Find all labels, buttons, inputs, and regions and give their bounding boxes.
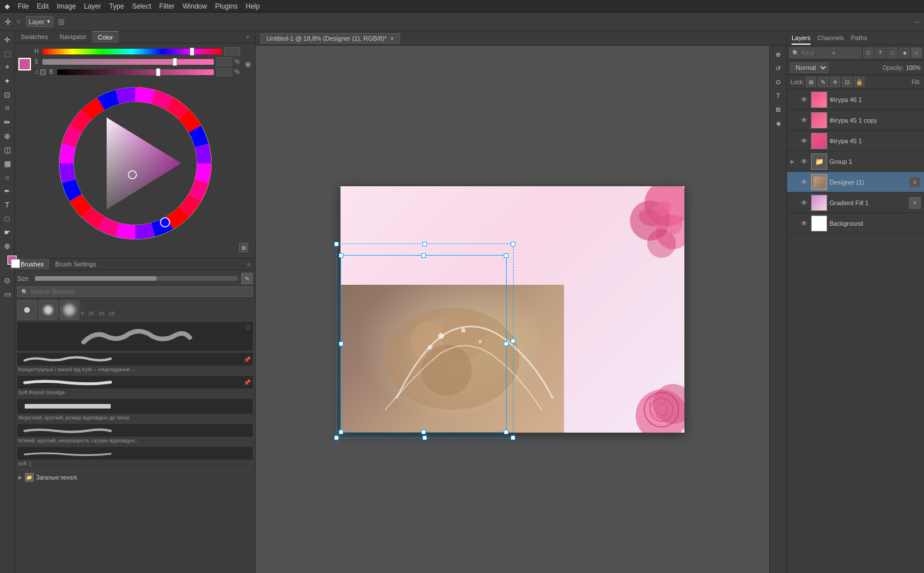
layer-vis-4[interactable]: 👁: [800, 157, 809, 166]
lock-position[interactable]: ✛: [830, 77, 840, 87]
filter-shape[interactable]: □: [887, 48, 898, 58]
general-brushes-group[interactable]: ▶ 📁 Загальні пензлі: [17, 470, 253, 484]
filter-type[interactable]: T: [875, 48, 886, 58]
search-brushes-input[interactable]: [30, 288, 116, 295]
outer-handle-br[interactable]: [511, 435, 515, 440]
brush-preset-3[interactable]: [60, 300, 79, 320]
sat-slider[interactable]: [42, 59, 214, 65]
brush-item-3[interactable]: Жорсткий, круглий, розмір відповідно до …: [17, 399, 253, 421]
menu-image[interactable]: Image: [57, 2, 76, 10]
pen-tool[interactable]: ✒: [1, 185, 14, 197]
lock-paint[interactable]: ✎: [818, 77, 828, 87]
layer-vis-7[interactable]: 👁: [800, 219, 809, 228]
bg-color-swatch[interactable]: [40, 69, 46, 75]
menu-file[interactable]: File: [18, 2, 29, 10]
tab-swatches[interactable]: Swatches: [15, 31, 54, 43]
canvas-viewport[interactable]: [256, 46, 769, 573]
bri-value[interactable]: 65: [216, 68, 232, 76]
current-fg-color[interactable]: [18, 58, 31, 70]
opacity-value[interactable]: 100%: [906, 65, 921, 71]
eraser-tool[interactable]: ◫: [1, 143, 14, 156]
filter-smart[interactable]: ◈: [899, 48, 910, 58]
outer-handle-bl[interactable]: [334, 435, 339, 440]
tab-navigator[interactable]: Navigator: [54, 31, 92, 43]
tab-brushes[interactable]: Brushes: [15, 258, 49, 270]
layer-item-figura46[interactable]: 👁 Фігура 46 1: [787, 89, 924, 110]
layer-item-background[interactable]: 👁 Background: [787, 213, 924, 234]
layer-item-figura45copy[interactable]: 👁 Фігура 45 1 copy: [787, 110, 924, 131]
brush-item-4[interactable]: М'який, круглий, непрозорість і штрих ві…: [17, 424, 253, 444]
eyedropper-tool[interactable]: ⌗: [1, 102, 14, 115]
color-picker-icon[interactable]: ⊞: [244, 60, 252, 68]
brush-item-2[interactable]: 📌 Soft Round Smudge: [17, 376, 253, 395]
canvas-tab[interactable]: Untitled-1 @ 18,8% (Designer (1), RGB/8)…: [260, 33, 400, 44]
canvas-3d[interactable]: ◈: [772, 117, 785, 129]
bri-slider[interactable]: [57, 69, 214, 75]
size-slider[interactable]: [35, 276, 238, 281]
lasso-tool[interactable]: ⌖: [1, 61, 14, 73]
brush-pin-2[interactable]: 📌: [244, 379, 250, 386]
more-options[interactable]: ···: [914, 18, 919, 25]
filter-toggle[interactable]: ○: [911, 48, 922, 58]
layer-vis-5[interactable]: 👁: [800, 178, 809, 187]
lock-all[interactable]: 🔒: [854, 77, 864, 87]
brush-preview-expand[interactable]: ⬡: [245, 324, 250, 331]
layer-item-group1[interactable]: ▶ 👁 📁 Group 1: [787, 151, 924, 172]
brush-preset-2[interactable]: [38, 300, 58, 320]
gradient-tool[interactable]: ▦: [1, 157, 14, 170]
menu-select[interactable]: Select: [132, 2, 151, 10]
brush-item-5[interactable]: soft :(: [17, 447, 253, 466]
tab-channels[interactable]: Channels: [817, 33, 844, 45]
menu-type[interactable]: Type: [109, 2, 124, 10]
menu-plugins[interactable]: Plugins: [215, 2, 237, 10]
menu-edit[interactable]: Edit: [37, 2, 49, 10]
tab-paths[interactable]: Paths: [851, 33, 867, 45]
color-wheel-svg[interactable]: [49, 86, 221, 241]
crop-tool[interactable]: ⊡: [1, 88, 14, 101]
canvas-type[interactable]: T: [772, 89, 785, 102]
layers-search-input[interactable]: [801, 49, 830, 56]
layer-vis-1[interactable]: 👁: [800, 95, 809, 104]
move-tool[interactable]: ✛: [1, 33, 14, 46]
canvas-close-btn[interactable]: ×: [390, 35, 394, 42]
brush-preset-1[interactable]: [17, 300, 37, 320]
text-tool[interactable]: T: [1, 198, 14, 211]
layer-vis-3[interactable]: 👁: [800, 136, 809, 146]
layer-vis-6[interactable]: 👁: [800, 198, 809, 207]
sat-value[interactable]: 78: [216, 57, 232, 66]
canvas-sample[interactable]: ⊙: [772, 76, 785, 88]
hue-slider[interactable]: [42, 49, 222, 54]
canvas-zoom-control[interactable]: ⊕: [772, 48, 785, 61]
color-panel-menu[interactable]: ≡: [244, 34, 252, 40]
kind-dropdown[interactable]: ▾: [832, 50, 835, 56]
zoom-tool[interactable]: ⊕: [1, 240, 14, 252]
clone-tool[interactable]: ⊕: [1, 129, 14, 142]
layer-item-designer[interactable]: 👁 Designer (1) 8: [787, 172, 924, 193]
shape-tool[interactable]: □: [1, 212, 14, 225]
magic-wand-tool[interactable]: ✦: [1, 74, 14, 87]
menu-layer[interactable]: Layer: [84, 2, 101, 10]
quick-mask-tool[interactable]: ⊙: [1, 274, 14, 286]
layer-mask-5[interactable]: 8: [909, 176, 921, 188]
layer-mode-select[interactable]: Normal: [790, 62, 828, 73]
layer-vis-2[interactable]: 👁: [800, 116, 809, 125]
layer-count-6[interactable]: 8: [909, 197, 921, 209]
outer-handle-tl[interactable]: [334, 242, 339, 246]
brush-edit-btn[interactable]: ✎: [241, 273, 253, 284]
lock-pixels[interactable]: ⊞: [806, 77, 816, 87]
brushes-panel-menu[interactable]: ≡: [245, 261, 253, 268]
tab-color[interactable]: Color: [92, 31, 119, 43]
select-tool[interactable]: ⬚: [1, 47, 14, 60]
menu-ps[interactable]: ◆: [5, 2, 10, 10]
layer-expand-4[interactable]: ▶: [790, 159, 797, 164]
brush-item-1[interactable]: 📌 Концептуальні і пензлі від Kyle – «Нак…: [17, 353, 253, 372]
hand-tool[interactable]: ☛: [1, 226, 14, 238]
background-color[interactable]: [11, 259, 20, 268]
screen-mode[interactable]: ▭: [1, 288, 14, 300]
hue-value[interactable]: 310: [224, 47, 240, 56]
canvas-rotate[interactable]: ↺: [772, 62, 785, 74]
tab-brush-settings[interactable]: Brush Settings: [49, 258, 102, 270]
dodge-tool[interactable]: ○: [1, 171, 14, 183]
menu-filter[interactable]: Filter: [159, 2, 175, 10]
canvas-transform[interactable]: ⊞: [772, 103, 785, 116]
